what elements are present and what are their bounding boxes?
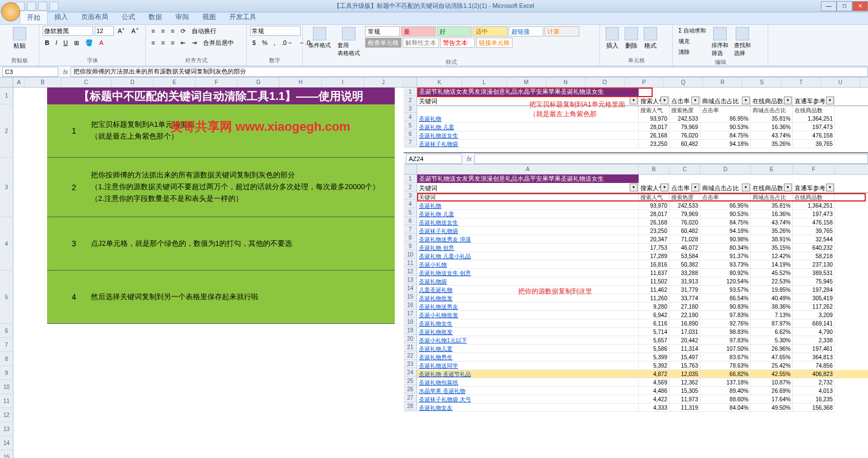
clear-button[interactable]: 清除	[676, 47, 708, 57]
col-header-M[interactable]: M	[507, 77, 546, 87]
rt-corner[interactable]	[404, 77, 417, 87]
table-row[interactable]: 圣诞小礼物批发6,94222,19097.83%7.13%3,209	[417, 311, 868, 319]
style-解释性文本[interactable]: 解释性文本	[403, 38, 439, 48]
tab-公式[interactable]: 公式	[115, 11, 142, 24]
filter-dropdown-点击率[interactable]: ▾	[691, 97, 699, 104]
row-header-10[interactable]: 10	[0, 380, 13, 394]
row-header-27[interactable]: 27	[404, 393, 417, 402]
col-header-D[interactable]: D	[700, 164, 751, 174]
right-formula-input[interactable]	[474, 154, 868, 164]
row-header-16[interactable]: 16	[404, 301, 417, 309]
minimize-button[interactable]: —	[821, 1, 837, 11]
row-header-19[interactable]: 19	[404, 326, 417, 335]
print-icon[interactable]	[49, 2, 58, 11]
fill-color-button[interactable]: 🪣	[83, 38, 95, 48]
row-header-4[interactable]: 4	[404, 200, 417, 208]
table-row[interactable]: 圣诞礼物女生6,11616,89092.76%87.97%669,141	[417, 319, 868, 328]
find-select-button[interactable]: 查找和 选择	[732, 26, 753, 58]
row-header-3[interactable]: 3	[404, 104, 417, 113]
style-差[interactable]: 差	[401, 26, 436, 36]
table-row[interactable]: 圣诞礼物 儿童28,01779,96990.53%16.36%197,473	[417, 123, 868, 131]
rt-cells[interactable]: 圣诞节礼物送女友男友浪漫创意礼品水晶平安果苹果圣诞礼物送女生 关键词▾搜索人气▾…	[417, 88, 868, 148]
row-header-11[interactable]: 11	[404, 259, 417, 267]
align-bottom-icon[interactable]: ≡	[169, 26, 177, 36]
close-button[interactable]: ✕	[852, 1, 868, 11]
row-header-25[interactable]: 25	[404, 377, 417, 385]
style-好[interactable]: 好	[437, 26, 472, 36]
table-row[interactable]: 圣诞礼物 圣诞节礼品4,87212,03566.82%42.55%406,823	[417, 370, 868, 378]
filter-dropdown-点击率[interactable]: ▾	[691, 184, 699, 191]
sort-filter-button[interactable]: 排序和 筛选	[709, 26, 731, 58]
col-header-Q[interactable]: Q	[664, 77, 703, 87]
rb-cells[interactable]: 圣诞节礼物送女友男友浪漫创意礼品水晶平安果苹果圣诞礼物送女生 关键词▾搜索人气▾…	[417, 175, 868, 412]
table-row[interactable]: 水晶苹果 圣诞礼物4,48615,30589.40%26.69%4,013	[417, 387, 868, 395]
col-header-R[interactable]: R	[703, 77, 742, 87]
office-button[interactable]	[1, 2, 20, 21]
row-header-13[interactable]: 13	[404, 276, 417, 284]
format-table-button[interactable]: 套用 表格格式	[335, 26, 362, 58]
table-row[interactable]: 圣诞礼物送男友9,28027,18090.83%38.36%117,262	[417, 303, 868, 311]
row-header-15[interactable]: 15	[0, 450, 13, 458]
row-header-28[interactable]: 28	[404, 402, 417, 410]
style-链接单元格[interactable]: 链接单元格	[476, 38, 513, 48]
bold-button[interactable]: B	[43, 38, 52, 48]
table-row[interactable]: 圣诞礼物送同学5,39215,76378.63%25.42%74,856	[417, 361, 868, 370]
filter-dropdown-搜索人气[interactable]: ▾	[661, 97, 668, 104]
row-header-4[interactable]: 4	[0, 217, 13, 271]
style-检查单元格[interactable]: 检查单元格	[365, 38, 401, 48]
tab-开发工具[interactable]: 开发工具	[223, 11, 263, 24]
italic-button[interactable]: I	[53, 38, 59, 48]
inc-decimal-icon[interactable]: .0→	[279, 38, 295, 48]
row-header-20[interactable]: 20	[404, 335, 417, 343]
underline-button[interactable]: U	[61, 38, 70, 48]
delete-cells-button[interactable]: 删除	[622, 26, 640, 51]
col-header-C[interactable]: C	[670, 164, 700, 174]
row-header-6[interactable]: 6	[404, 217, 417, 225]
row-header-8[interactable]: 8	[0, 352, 13, 366]
tab-页面布局[interactable]: 页面布局	[75, 11, 115, 24]
row-header-14[interactable]: 14	[404, 284, 417, 292]
style-警告文本[interactable]: 警告文本	[440, 38, 475, 48]
filter-dropdown-直通车参考[interactable]: ▾	[826, 184, 834, 191]
row-header-9[interactable]: 9	[0, 366, 13, 380]
col-header-P[interactable]: P	[625, 77, 664, 87]
left-cells[interactable]: 【标题中不匹配的关键词自动清除工具1.1】——使用说明 1把宝贝标题复制到A1单…	[13, 88, 404, 458]
col-header-N[interactable]: N	[546, 77, 585, 87]
font-size-combo[interactable]	[95, 26, 114, 36]
table-row[interactable]: 圣诞礼物送女生26,16876,02084.75%43.74%476,158	[417, 218, 868, 227]
indent-dec-icon[interactable]: ⇤	[178, 38, 188, 48]
table-row[interactable]: 圣诞礼物送男友 浪漫20,34771,02890.98%38.91%32,544	[417, 235, 868, 244]
cell-styles-gallery[interactable]: 常规差好适中超链接计算检查单元格解释性文本警告文本链接单元格	[364, 26, 596, 58]
font-name-combo[interactable]	[43, 26, 93, 36]
row-header-14[interactable]: 14	[0, 436, 13, 450]
col-header-G[interactable]: G	[238, 77, 280, 87]
table-row[interactable]: 圣诞礼物袋11,50231,913120.54%22.53%75,945	[417, 277, 868, 286]
col-header-K[interactable]: K	[417, 77, 462, 87]
filter-dropdown-搜索人气[interactable]: ▾	[661, 184, 668, 191]
col-header-C[interactable]: C	[61, 77, 112, 87]
filter-dropdown-商城点击占比[interactable]: ▾	[742, 97, 750, 104]
tab-审阅[interactable]: 审阅	[169, 11, 196, 24]
col-header-A[interactable]: A	[417, 164, 639, 174]
table-row[interactable]: 圣诞小礼物16,81650,38293.73%14.19%237,130	[417, 260, 868, 269]
table-row[interactable]: 圣诞袜子礼物袋23,25060,48294.18%35.26%39,765	[417, 227, 868, 235]
col-header-I[interactable]: I	[322, 77, 364, 87]
table-row[interactable]: 圣诞礼物男生5,39915,49783.67%47.65%364,813	[417, 353, 868, 361]
align-center-icon[interactable]: ≡	[159, 38, 167, 48]
col-header-E[interactable]: E	[154, 77, 196, 87]
align-right-icon[interactable]: ≡	[169, 38, 177, 48]
row-header-2[interactable]: 2	[404, 183, 417, 191]
row-header-2[interactable]: 2	[0, 104, 13, 158]
col-header-A[interactable]: A	[13, 77, 25, 87]
row-header-2[interactable]: 2	[404, 96, 417, 104]
row-header-12[interactable]: 12	[0, 408, 13, 422]
row-header-11[interactable]: 11	[0, 394, 13, 408]
table-row[interactable]: 圣诞礼物93,970242,53386.95%35.81%1,364,251	[417, 201, 868, 210]
col-header-B[interactable]: B	[25, 77, 61, 87]
table-row[interactable]: 圣诞礼物 创意17,75346,07280.34%35.15%640,232	[417, 244, 868, 252]
indent-inc-icon[interactable]: ⇥	[190, 38, 199, 48]
conditional-format-button[interactable]: 条件格式	[306, 26, 333, 58]
row-header-24[interactable]: 24	[404, 368, 417, 377]
row-header-8[interactable]: 8	[404, 233, 417, 242]
table-row[interactable]: 圣诞礼物女友4,33311,31984.04%49.50%156,368	[417, 404, 868, 412]
